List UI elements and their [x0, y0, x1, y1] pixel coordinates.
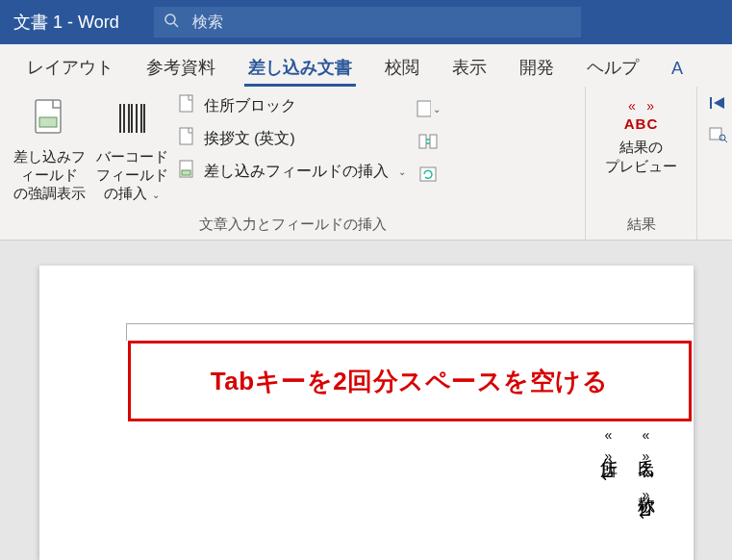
find-recipient-button[interactable] — [707, 125, 728, 146]
highlight-merge-fields-label: 差し込みフィールドの強調表示 — [8, 148, 90, 203]
field-address: «住所»↵ — [595, 427, 621, 526]
tab-mailings[interactable]: 差し込み文書 — [244, 48, 356, 87]
svg-rect-12 — [180, 128, 192, 144]
svg-rect-14 — [182, 170, 190, 175]
svg-rect-17 — [419, 135, 426, 148]
group-write-insert-fields: 差し込みフィールドの強調表示 バーコードフィールドの挿入 ⌄ — [0, 87, 586, 240]
ribbon: 差し込みフィールドの強調表示 バーコードフィールドの挿入 ⌄ — [0, 87, 732, 241]
margin-corner-icon — [126, 323, 143, 341]
update-labels-button[interactable] — [416, 162, 441, 187]
highlight-merge-fields-icon — [30, 96, 68, 144]
tab-review[interactable]: 校閲 — [381, 48, 423, 87]
tab-addin[interactable]: A — [668, 51, 687, 87]
svg-rect-3 — [39, 117, 57, 127]
vertical-merge-fields: «住所»↵ «氏名»«敬称»↵ — [595, 427, 659, 526]
svg-rect-11 — [180, 95, 192, 112]
chevron-down-icon: ⌄ — [149, 190, 160, 200]
tab-references[interactable]: 参考資料 — [142, 48, 219, 87]
title-bar: 文書 1 - Word 検索 — [0, 0, 732, 44]
chevron-down-icon: ⌄ — [398, 166, 406, 177]
first-record-button[interactable] — [707, 94, 728, 115]
document-area: Tabキーを2回分スペースを空ける «住所»↵ «氏名»«敬称»↵ — [0, 241, 732, 560]
search-placeholder: 検索 — [192, 13, 223, 33]
preview-results-label: 結果のプレビュー — [605, 138, 677, 175]
svg-rect-15 — [417, 101, 431, 116]
field-name-title: «氏名»«敬称»↵ — [633, 427, 659, 526]
abc-quotes-icon: « » — [628, 98, 654, 114]
instruction-text: Tabキーを2回分スペースを空ける — [211, 365, 608, 398]
preview-results-button[interactable]: « » ABC 結果のプレビュー — [593, 92, 689, 175]
match-fields-button[interactable] — [416, 129, 441, 154]
search-box[interactable]: 検索 — [154, 7, 581, 38]
rules-match-update-column: ? ⌄ — [406, 92, 446, 187]
page-green-icon — [177, 159, 196, 184]
svg-marker-21 — [714, 97, 724, 109]
highlight-merge-fields-button[interactable]: 差し込みフィールドの強調表示 — [8, 92, 90, 203]
greeting-line-button[interactable]: 挨拶文 (英文) — [177, 125, 406, 152]
merge-field-small-list: 住所ブロック 挨拶文 (英文) 差し込みフィールドの挿入 ⌄ — [177, 92, 406, 185]
document-page[interactable]: Tabキーを2回分スペースを空ける «住所»↵ «氏名»«敬称»↵ — [39, 266, 694, 560]
tab-view[interactable]: 表示 — [448, 48, 491, 87]
tab-layout[interactable]: レイアウト — [23, 48, 117, 87]
document-title: 文書 1 - Word — [13, 11, 119, 34]
abc-label: ABC — [624, 115, 659, 132]
instruction-callout: Tabキーを2回分スペースを空ける — [128, 341, 692, 421]
group-preview-results: « » ABC 結果のプレビュー 結果 — [586, 87, 697, 240]
page-icon — [177, 93, 196, 118]
barcode-field-label: バーコードフィールドの挿入 ⌄ — [90, 148, 173, 203]
ribbon-right-edge — [697, 87, 732, 240]
group-label: 文章入力とフィールドの挿入 — [0, 212, 585, 240]
svg-point-0 — [165, 14, 175, 24]
barcode-icon — [113, 96, 151, 144]
barcode-field-button[interactable]: バーコードフィールドの挿入 ⌄ — [90, 92, 173, 203]
tab-help[interactable]: ヘルプ — [583, 48, 643, 87]
svg-line-24 — [724, 140, 727, 142]
insert-merge-field-button[interactable]: 差し込みフィールドの挿入 ⌄ — [177, 158, 406, 185]
page-icon — [177, 126, 196, 151]
rules-button[interactable]: ? ⌄ — [416, 96, 441, 121]
svg-rect-18 — [430, 135, 437, 148]
ribbon-tabs: レイアウト 参考資料 差し込み文書 校閲 表示 開発 ヘルプ A — [0, 44, 732, 87]
svg-rect-2 — [36, 100, 61, 133]
address-block-button[interactable]: 住所ブロック — [177, 92, 406, 119]
margin-guide-icon — [143, 323, 694, 324]
preview-group-label: 結果 — [586, 212, 696, 240]
tab-developer[interactable]: 開発 — [516, 48, 558, 87]
chevron-down-icon: ⌄ — [433, 104, 441, 115]
search-icon — [164, 13, 179, 32]
svg-line-1 — [174, 23, 178, 27]
